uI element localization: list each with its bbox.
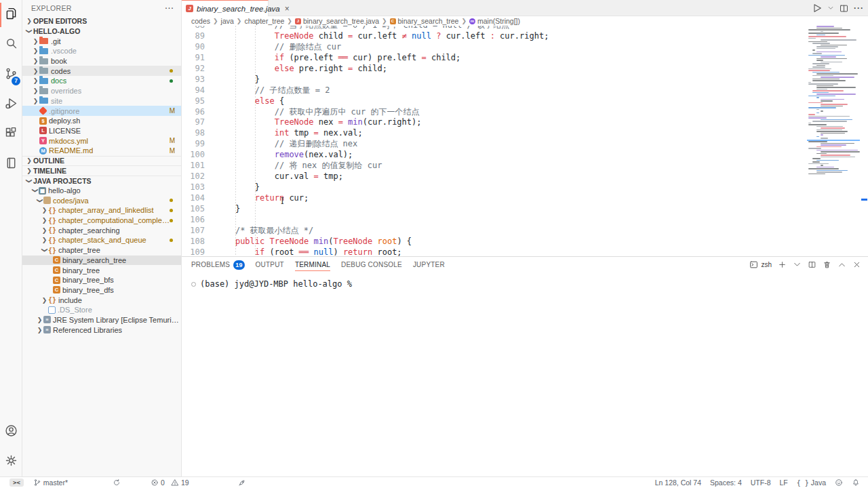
activity-bar-item-account[interactable]	[0, 417, 22, 447]
kill-terminal-button[interactable]	[823, 260, 831, 269]
java-projects-item-chapter_tree[interactable]: ❯{}chapter_tree	[22, 245, 181, 256]
java-projects-item-chapter_array_and_linkedlist[interactable]: ❯{}chapter_array_and_linkedlist	[22, 205, 181, 216]
panel-tab-jupyter[interactable]: JUPYTER	[413, 257, 445, 272]
code-line: 104 return cur;	[182, 193, 807, 204]
run-dropdown-chevron-icon[interactable]	[827, 5, 834, 12]
feedback-button[interactable]	[835, 479, 843, 487]
terminal-dropdown-chevron-icon[interactable]	[793, 260, 802, 269]
file-tree-item-README.md[interactable]: MREADME.mdM	[22, 146, 181, 156]
problems-status-item[interactable]: 019	[151, 479, 193, 487]
panel-tab-label: OUTPUT	[256, 261, 284, 268]
java-projects-item-binary_search_tree[interactable]: Cbinary_search_tree	[22, 256, 181, 266]
activity-bar-item-search[interactable]	[0, 30, 22, 60]
breadcrumb-label: binary_search_tree	[398, 17, 459, 25]
activity-bar-item-explorer[interactable]	[0, 0, 22, 30]
file-label: site	[49, 97, 62, 105]
activity-bar-item-source-control[interactable]: 7	[0, 60, 22, 89]
tab-binary-search-tree[interactable]: J binary_search_tree.java ×	[182, 0, 269, 16]
minimap-code-line	[812, 121, 847, 122]
breadcrumb-item-2[interactable]: chapter_tree	[244, 17, 284, 25]
panel-tab-debug-console[interactable]: DEBUG CONSOLE	[341, 257, 402, 272]
timeline-section[interactable]: ❯ TIMELINE	[22, 165, 181, 176]
panel-tab-output[interactable]: OUTPUT	[256, 257, 284, 272]
cursor-position-status-item[interactable]: Ln 128, Col 74	[655, 479, 701, 487]
sync-icon	[113, 479, 121, 487]
java-projects-item-binary_tree[interactable]: Cbinary_tree	[22, 265, 181, 275]
branch-status-item[interactable]: master*	[33, 479, 68, 487]
file-tree-item-LICENSE[interactable]: LLICENSE	[22, 126, 181, 136]
panel-tab-terminal[interactable]: TERMINAL	[295, 257, 330, 272]
encoding-status-item[interactable]: UTF-8	[751, 479, 771, 487]
activity-bar-item-extensions[interactable]	[0, 119, 22, 149]
activity-bar-item-settings[interactable]	[0, 447, 22, 476]
file-tree-item-overrides[interactable]: ❯overrides	[22, 86, 181, 96]
minimap-code-line	[816, 160, 839, 161]
java-projects-item--DS_Store[interactable]: .DS_Store	[22, 305, 181, 315]
run-button[interactable]	[812, 3, 823, 14]
minimap-code-line	[821, 99, 844, 100]
terminal[interactable]: (base) jyd@JYD-MBP hello-algo %	[191, 279, 352, 289]
more-actions-button[interactable]: ···	[854, 3, 864, 13]
file-tree-item-mkdocs.yml[interactable]: Ymkdocs.ymlM	[22, 136, 181, 146]
chevron-down-icon: ❯	[41, 247, 48, 254]
file-tree-item-docs[interactable]: ❯docs	[22, 76, 181, 86]
close-icon[interactable]: ×	[285, 4, 290, 14]
indentation-status-item[interactable]: Spaces: 4	[710, 479, 742, 487]
java-projects-item-Referenced-Libraries[interactable]: ❯≡Referenced Libraries	[22, 325, 181, 335]
split-terminal-button[interactable]	[808, 260, 816, 269]
activity-bar-item-run-debug[interactable]	[0, 89, 22, 119]
activity-bar-item-notebook[interactable]	[0, 149, 22, 179]
minimap-code-line	[808, 55, 845, 56]
split-editor-button[interactable]	[839, 3, 849, 14]
java-projects-item-chapter_computational_complexity[interactable]: ❯{}chapter_computational_complexity	[22, 216, 181, 226]
file-tree-item-book[interactable]: ❯book	[22, 56, 181, 66]
file-tree-item-site[interactable]: ❯site	[22, 96, 181, 106]
eol-status-item[interactable]: LF	[779, 479, 787, 487]
minimap-code-line	[812, 92, 829, 94]
java-projects-item-codes-java[interactable]: ❯codes/java	[22, 195, 181, 205]
java-projects-item-binary_tree_dfs[interactable]: Cbinary_tree_dfs	[22, 285, 181, 296]
breadcrumb-item-3[interactable]: Jbinary_search_tree.java	[295, 17, 379, 25]
maximize-panel-button[interactable]	[837, 260, 846, 269]
branch-label: master*	[43, 479, 68, 487]
search-icon	[4, 37, 18, 54]
java-projects-item-hello-algo[interactable]: ❯▦hello-algo	[22, 186, 181, 196]
file-tree-item-deploy.sh[interactable]: $deploy.sh	[22, 116, 181, 126]
breadcrumb-item-5[interactable]: mmain(String[])	[469, 17, 520, 25]
chevron-right-icon: ❯	[25, 18, 33, 24]
java-projects-item-JRE-System-Library--Eclipse-Temurin-17--17----[interactable]: ❯≡JRE System Library [Eclipse Temurin 17…	[22, 315, 181, 325]
new-terminal-button[interactable]	[778, 260, 787, 269]
shell-selector[interactable]: zsh	[749, 260, 772, 269]
sync-status-item[interactable]	[113, 479, 121, 487]
project-root-section[interactable]: ❯ HELLO-ALGO	[22, 26, 181, 37]
java-projects-item-chapter_searching[interactable]: ❯{}chapter_searching	[22, 225, 181, 235]
open-editors-section[interactable]: ❯ OPEN EDITORS	[22, 16, 181, 26]
minimap[interactable]	[807, 26, 860, 183]
breadcrumb-item-0[interactable]: codes	[191, 17, 210, 25]
breadcrumb-item-1[interactable]: java	[221, 17, 234, 25]
minimap-code-line	[821, 143, 854, 144]
breadcrumb-item-4[interactable]: Cbinary_search_tree	[390, 17, 459, 25]
java-projects-item-chapter_stack_and_queue[interactable]: ❯{}chapter_stack_and_queue	[22, 235, 181, 245]
file-tree-item-codes[interactable]: ❯codes	[22, 66, 181, 76]
java-projects-item-binary_tree_bfs[interactable]: Cbinary_tree_bfs	[22, 275, 181, 285]
remote-indicator[interactable]: ><	[9, 479, 24, 487]
code-text: else {	[216, 96, 284, 107]
close-panel-button[interactable]	[852, 260, 861, 269]
item-label: chapter_searching	[56, 226, 120, 235]
panel-tab-problems[interactable]: PROBLEMS19	[191, 257, 245, 272]
java-projects-item-include[interactable]: ❯{}include	[22, 295, 181, 305]
file-tree-item-.git[interactable]: ❯.git	[22, 36, 181, 46]
warning-count: 19	[181, 479, 189, 487]
explorer-more-actions-icon[interactable]: ···	[165, 4, 175, 12]
notifications-bell-button[interactable]	[852, 479, 860, 487]
git-modified-badge: M	[170, 147, 181, 155]
outline-section[interactable]: ❯ OUTLINE	[22, 156, 181, 166]
java-status-rocket-item[interactable]	[238, 479, 246, 487]
language-mode-status-item[interactable]: { }Java	[797, 479, 826, 487]
file-tree-item-.vscode[interactable]: ❯.vscode	[22, 46, 181, 56]
file-tree-item-.gitignore[interactable]: .gitignoreM	[22, 106, 181, 116]
code-editor[interactable]: 88 // 当子结点数量 = 0 / 1 时， child = null / 该…	[182, 26, 807, 256]
java-projects-section[interactable]: ❯ JAVA PROJECTS	[22, 176, 181, 186]
terminal-prompt: (base) jyd@JYD-MBP hello-algo %	[200, 279, 352, 289]
